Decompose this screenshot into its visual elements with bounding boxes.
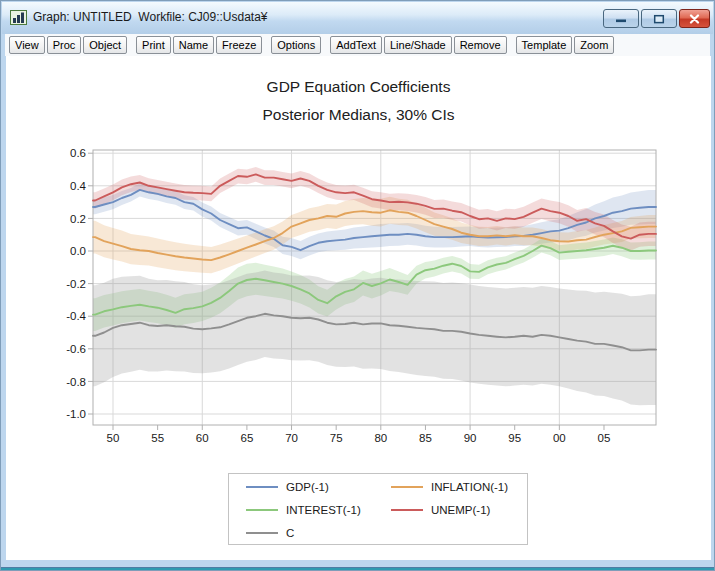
toolbar-button-addtext[interactable]: AddText (330, 36, 382, 54)
title-bar[interactable]: Graph: UNTITLED Workfile: CJ09::Usdata¥ (2, 2, 713, 34)
x-axis-label: 50 (107, 432, 120, 444)
legend-label-interest: INTEREST(-1) (286, 504, 361, 516)
toolbar-button-print[interactable]: Print (136, 36, 171, 54)
toolbar-button-view[interactable]: View (9, 36, 45, 54)
x-axis-label: 65 (241, 432, 254, 444)
x-axis-label: 95 (508, 432, 521, 444)
y-axis-label: -0.6 (66, 343, 86, 355)
toolbar-button-line-shade[interactable]: Line/Shade (384, 36, 452, 54)
toolbar-button-remove[interactable]: Remove (454, 36, 507, 54)
x-axis-label: 00 (553, 432, 566, 444)
window-controls (603, 9, 710, 28)
toolbar-button-options[interactable]: Options (271, 36, 321, 54)
restore-icon (653, 14, 665, 24)
y-axis-label: 0.2 (70, 213, 86, 225)
toolbar-button-object[interactable]: Object (83, 36, 127, 54)
x-axis-label: 85 (419, 432, 432, 444)
x-axis-label: 70 (285, 432, 298, 444)
x-axis-label: 75 (330, 432, 343, 444)
minimize-button[interactable] (603, 9, 639, 28)
y-axis-label: 0.0 (70, 245, 86, 257)
graph-window: Graph: UNTITLED Workfile: CJ09::Usdata¥ … (0, 0, 715, 571)
x-axis-label: 80 (374, 432, 387, 444)
y-axis-label: -0.8 (66, 376, 86, 388)
coefficients-chart: 0.60.40.20.0-0.2-0.4-0.6-0.8-1.050556065… (6, 56, 711, 560)
x-axis-label: 90 (464, 432, 477, 444)
y-axis-label: 0.6 (70, 147, 86, 159)
close-button[interactable] (679, 9, 710, 28)
x-axis-label: 60 (196, 432, 209, 444)
y-axis-label: 0.4 (70, 180, 87, 192)
window-bottom-edge (1, 568, 714, 570)
legend-label-c: C (286, 527, 294, 539)
toolbar-button-name[interactable]: Name (173, 36, 214, 54)
toolbar-button-freeze[interactable]: Freeze (216, 36, 262, 54)
graph-icon (10, 10, 27, 25)
close-icon (689, 14, 700, 24)
toolbar-button-zoom[interactable]: Zoom (574, 36, 614, 54)
x-axis-label: 05 (598, 432, 611, 444)
window-title: Graph: UNTITLED Workfile: CJ09::Usdata¥ (33, 10, 268, 24)
legend-label-unemp: UNEMP(-1) (431, 504, 491, 516)
graph-pane: GDP Equation Coefficients Posterior Medi… (6, 56, 711, 560)
legend-label-gdp: GDP(-1) (286, 481, 329, 493)
restore-button[interactable] (641, 9, 677, 28)
chart-subtitle: Posterior Medians, 30% CIs (6, 106, 711, 124)
legend-label-inflation: INFLATION(-1) (431, 481, 508, 493)
toolbar: ViewProcObjectPrintNameFreezeOptionsAddT… (5, 34, 710, 56)
chart-title: GDP Equation Coefficients (6, 78, 711, 96)
minimize-icon (615, 14, 627, 23)
x-axis-label: 55 (151, 432, 164, 444)
toolbar-button-template[interactable]: Template (516, 36, 573, 54)
y-axis-label: -0.2 (66, 278, 86, 290)
toolbar-button-proc[interactable]: Proc (47, 36, 82, 54)
y-axis-label: -1.0 (66, 408, 86, 420)
y-axis-label: -0.4 (66, 310, 86, 322)
